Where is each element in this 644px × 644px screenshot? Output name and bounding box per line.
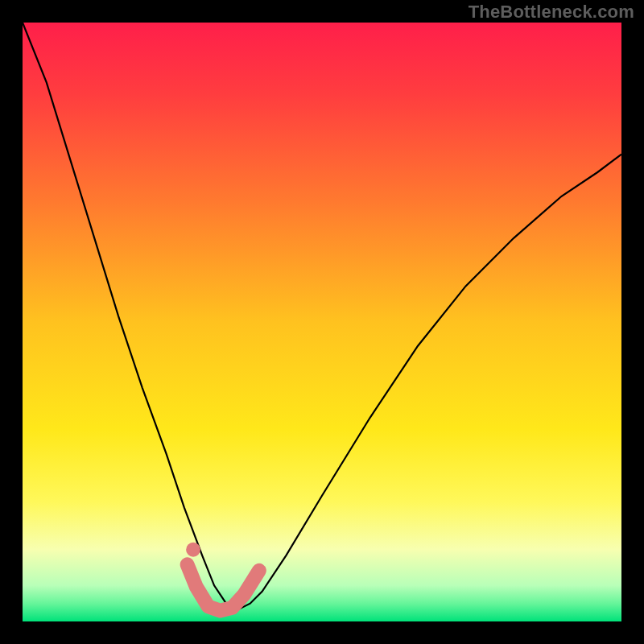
highlight-dot-icon bbox=[186, 543, 200, 557]
watermark-text: TheBottleneck.com bbox=[469, 2, 634, 23]
chart-background bbox=[23, 23, 621, 621]
bottleneck-chart bbox=[23, 23, 621, 621]
chart-frame: TheBottleneck.com bbox=[0, 0, 644, 644]
